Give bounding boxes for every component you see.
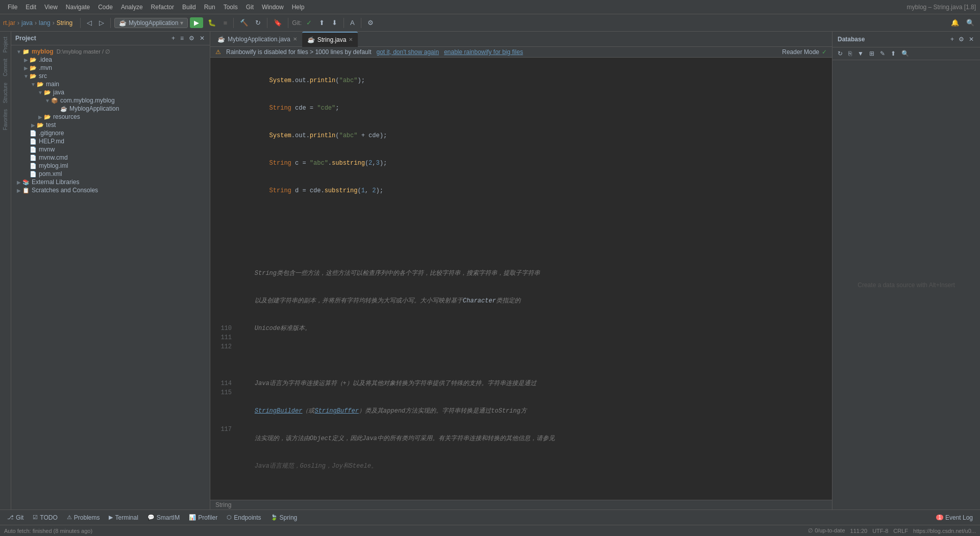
run-btn[interactable]: ▶	[190, 17, 203, 28]
rp-hide-btn[interactable]: ✕	[968, 35, 975, 44]
tree-iml[interactable]: ▶ 📄 myblog.iml	[11, 162, 210, 170]
rp-settings-btn[interactable]: ⚙	[958, 35, 965, 44]
tree-mvnw-cmd[interactable]: ▶ 📄 mvnw.cmd	[11, 154, 210, 162]
sync-btn[interactable]: ↻	[253, 17, 263, 28]
reader-check-icon: ✓	[822, 48, 827, 56]
tab-myblog-app[interactable]: ☕ MyblogApplication.java ✕	[212, 32, 302, 47]
tree-src[interactable]: ▼ 📂 src	[11, 72, 210, 80]
app-dropdown[interactable]: ☕ MyblogApplication ▾	[114, 18, 188, 28]
menu-edit[interactable]: Edit	[22, 3, 40, 12]
git-check-btn[interactable]: ✓	[304, 17, 314, 28]
rp-add-btn[interactable]: +	[949, 35, 955, 44]
tree-test[interactable]: ▶ 📂 test	[11, 121, 210, 129]
rp-table-btn[interactable]: ⊞	[867, 49, 876, 58]
rp-search-btn[interactable]: 🔍	[899, 49, 911, 58]
tree-root-arrow[interactable]: ▼	[15, 49, 22, 55]
tree-gitignore[interactable]: ▶ 📄 .gitignore	[11, 129, 210, 137]
line-col-status[interactable]: 111:20	[850, 528, 868, 534]
stop-btn[interactable]: ■	[220, 17, 230, 28]
bottom-tab-git[interactable]: ⎇ Git	[3, 513, 28, 523]
menu-build[interactable]: Build	[179, 3, 200, 12]
menu-refactor[interactable]: Refactor	[148, 3, 178, 12]
menu-window[interactable]: Window	[258, 3, 287, 12]
tree-help[interactable]: ▶ 📄 HELP.md	[11, 137, 210, 145]
menu-help[interactable]: Help	[288, 3, 308, 12]
sidebar-add-btn[interactable]: +	[170, 34, 176, 43]
structure-icon[interactable]: Structure	[3, 80, 8, 107]
commit-icon[interactable]: Commit	[3, 56, 8, 79]
menu-file[interactable]: File	[4, 3, 21, 12]
autofetch-status[interactable]: Auto fetch: finished (8 minutes ago)	[4, 528, 92, 534]
tree-idea[interactable]: ▶ 📂 .idea	[11, 56, 210, 64]
back-btn[interactable]: ◁	[84, 17, 94, 28]
bottom-tab-eventlog[interactable]: 1 Event Log	[932, 513, 977, 523]
translate-btn[interactable]: A	[348, 17, 357, 28]
tree-main[interactable]: ▼ 📂 main	[11, 80, 210, 88]
encoding-status[interactable]: UTF-8	[872, 528, 888, 534]
bottom-tab-terminal[interactable]: ▶ Terminal	[105, 513, 142, 523]
notif-link-dismiss[interactable]: got it, don't show again	[377, 48, 439, 56]
tree-mvn[interactable]: ▶ 📂 .mvn	[11, 64, 210, 72]
menu-code[interactable]: Code	[94, 3, 116, 12]
tab-string-java[interactable]: ☕ String.java ✕	[302, 32, 358, 47]
debug-btn[interactable]: 🐛	[205, 17, 218, 28]
code-area[interactable]: 110 111 112 114 115 117 System.out.print…	[210, 58, 832, 500]
forward-btn[interactable]: ▷	[96, 17, 107, 28]
notif-link-enable[interactable]: enable rainbowify for big files	[444, 48, 523, 56]
menu-tools[interactable]: Tools	[220, 3, 241, 12]
tree-package-arrow[interactable]: ▼	[44, 98, 51, 104]
tab-myblog-close[interactable]: ✕	[293, 36, 297, 42]
tree-java-arrow[interactable]: ▼	[37, 90, 44, 95]
menu-view[interactable]: View	[41, 3, 61, 12]
build-btn[interactable]: 🔨	[237, 17, 251, 28]
rp-copy-btn[interactable]: ⎘	[846, 49, 854, 58]
crlf-status[interactable]: CRLF	[893, 528, 908, 534]
search-everywhere-btn[interactable]: 🔍	[964, 17, 977, 28]
tree-idea-arrow[interactable]: ▶	[22, 57, 30, 63]
git-commit-btn[interactable]: ⬆	[316, 17, 327, 28]
url-status[interactable]: https://blog.csdn.net/u0...	[913, 528, 976, 534]
rp-refresh-btn[interactable]: ↻	[836, 49, 845, 58]
tree-java[interactable]: ▼ 📂 java	[11, 88, 210, 96]
settings-btn[interactable]: ⚙	[365, 17, 376, 28]
tree-src-arrow[interactable]: ▼	[22, 73, 30, 79]
bottom-tab-profiler[interactable]: 📊 Profiler	[185, 513, 222, 523]
tree-root[interactable]: ▼ 📁 myblog D:\myblog master / ∅	[11, 47, 210, 56]
menu-navigate[interactable]: Navigate	[62, 3, 93, 12]
tree-app-class[interactable]: ▶ ☕ MyblogApplication	[11, 105, 210, 113]
rp-export-btn[interactable]: ⬆	[889, 49, 898, 58]
tree-package[interactable]: ▼ 📦 com.myblog.myblog	[11, 96, 210, 105]
tree-mvn-arrow[interactable]: ▶	[22, 65, 30, 71]
bottom-tab-endpoints[interactable]: ⬡ Endpoints	[223, 513, 265, 523]
bottom-tab-smartim[interactable]: 💬 SmartIM	[143, 513, 184, 523]
tree-resources-arrow[interactable]: ▶	[37, 114, 44, 120]
tree-scratches[interactable]: ▶ 📋 Scratches and Consoles	[11, 186, 210, 194]
bottom-tab-spring[interactable]: 🍃 Spring	[266, 513, 302, 523]
git-update-btn[interactable]: ⬇	[329, 17, 340, 28]
sidebar-collapse-btn[interactable]: ≡	[179, 34, 185, 43]
bookmark-btn[interactable]: 🔖	[271, 17, 284, 28]
menu-git[interactable]: Git	[242, 3, 257, 12]
tree-resources[interactable]: ▶ 📂 resources	[11, 113, 210, 121]
git-status[interactable]: ∅ 0/up-to-date	[808, 527, 845, 534]
menu-run[interactable]: Run	[201, 3, 219, 12]
notifications-btn[interactable]: 🔔	[948, 17, 962, 28]
bottom-tab-problems[interactable]: ⚠ Problems	[63, 513, 104, 523]
tree-ext-libs[interactable]: ▶ 📚 External Libraries	[11, 178, 210, 186]
tab-string-close[interactable]: ✕	[349, 37, 353, 42]
sidebar-settings-btn[interactable]: ⚙	[188, 34, 195, 43]
project-icon[interactable]: Project	[3, 34, 8, 56]
rp-edit-btn[interactable]: ✎	[878, 49, 887, 58]
bottom-tab-todo[interactable]: ☑ TODO	[29, 513, 61, 523]
tree-scratches-arrow[interactable]: ▶	[15, 188, 22, 193]
tree-test-arrow[interactable]: ▶	[30, 122, 37, 128]
sidebar-hide-btn[interactable]: ✕	[199, 34, 206, 43]
tree-ext-libs-arrow[interactable]: ▶	[15, 180, 22, 185]
reader-mode-btn[interactable]: Reader Mode ✓	[782, 48, 827, 56]
tree-mvnw[interactable]: ▶ 📄 mvnw	[11, 145, 210, 154]
tree-pom[interactable]: ▶ 📄 pom.xml	[11, 170, 210, 178]
tree-main-arrow[interactable]: ▼	[30, 82, 37, 87]
rp-filter-btn[interactable]: ▼	[855, 49, 866, 58]
favorites-icon[interactable]: Favorites	[3, 106, 8, 133]
menu-analyze[interactable]: Analyze	[117, 3, 146, 12]
